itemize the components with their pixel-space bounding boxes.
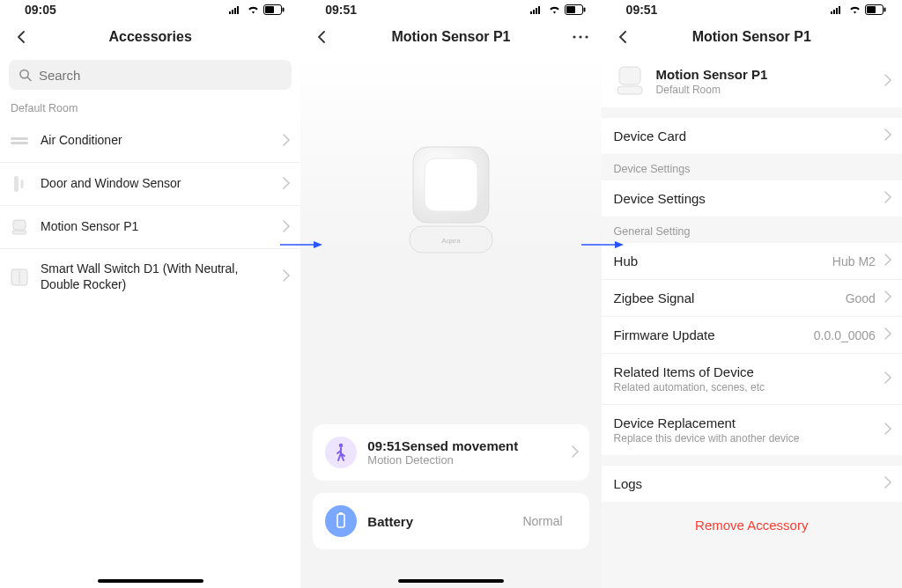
door-sensor-icon xyxy=(11,175,28,193)
chevron-right-icon xyxy=(884,371,891,386)
firmware-value: 0.0.0_0006 xyxy=(814,328,876,342)
battery-icon xyxy=(263,4,285,15)
svg-rect-6 xyxy=(234,8,236,14)
page-title: Accessories xyxy=(0,29,300,45)
navbar: Accessories xyxy=(0,19,300,55)
motion-event-card[interactable]: 09:51Sensed movement Motion Detection xyxy=(313,424,588,481)
home-indicator[interactable] xyxy=(398,579,504,583)
phone-device-detail: 09:51 Motion Sensor P1 Aqara xyxy=(300,0,601,588)
related-label: Related Items of Device xyxy=(614,364,765,379)
cards-area: 09:51Sensed movement Motion Detection Ba… xyxy=(300,424,601,588)
status-bar: 09:51 xyxy=(602,0,902,19)
search-input[interactable] xyxy=(9,60,292,90)
svg-rect-40 xyxy=(836,8,838,14)
chevron-right-icon xyxy=(283,269,290,284)
svg-rect-22 xyxy=(533,10,535,14)
status-icons xyxy=(530,4,586,15)
svg-rect-43 xyxy=(867,6,876,13)
row-device-replacement[interactable]: Device Replacement Replace this device w… xyxy=(602,404,902,455)
arrow-1 xyxy=(280,238,322,252)
section-label-device-settings: Device Settings xyxy=(602,154,902,180)
chevron-right-icon xyxy=(884,423,891,437)
svg-rect-27 xyxy=(583,8,585,12)
motion-event-title: 09:51Sensed movement xyxy=(367,438,518,453)
svg-rect-9 xyxy=(265,6,274,13)
logs-label: Logs xyxy=(614,476,643,491)
svg-rect-15 xyxy=(14,176,18,192)
list-item-smart-wall-switch[interactable]: Smart Wall Switch D1 (With Neutral, Doub… xyxy=(0,249,300,305)
row-logs[interactable]: Logs xyxy=(602,466,902,502)
device-header-card[interactable]: Motion Sensor P1 Default Room xyxy=(602,55,902,107)
phone-device-settings: 09:51 Motion Sensor P1 Motion Sensor P1 … xyxy=(602,0,902,588)
svg-point-29 xyxy=(579,35,581,38)
search-icon xyxy=(19,69,32,82)
accessory-list: Air Conditioner Door and Window Sensor M… xyxy=(0,120,300,305)
motion-event-icon xyxy=(325,437,357,468)
section-label-general: General Setting xyxy=(602,217,902,243)
svg-rect-26 xyxy=(566,6,575,13)
svg-rect-32 xyxy=(425,158,477,211)
battery-card[interactable]: Battery Normal xyxy=(313,493,588,549)
device-room: Default Room xyxy=(656,84,768,96)
battery-title: Battery xyxy=(367,514,413,529)
device-card-label: Device Card xyxy=(614,129,687,143)
navbar: Motion Sensor P1 xyxy=(300,19,601,55)
home-indicator[interactable] xyxy=(98,579,203,583)
row-firmware[interactable]: Firmware Update 0.0.0_0006 xyxy=(602,316,902,353)
list-item-door-window-sensor[interactable]: Door and Window Sensor xyxy=(0,163,300,206)
status-bar: 09:51 xyxy=(300,0,601,19)
ac-icon xyxy=(11,132,28,150)
device-name: Motion Sensor P1 xyxy=(656,67,768,82)
more-menu-button[interactable] xyxy=(568,25,593,49)
svg-rect-39 xyxy=(833,10,835,14)
page-title: Motion Sensor P1 xyxy=(300,29,601,45)
device-image: Aqara xyxy=(300,55,601,345)
back-button[interactable] xyxy=(311,26,332,48)
back-button[interactable] xyxy=(612,26,633,48)
svg-rect-16 xyxy=(21,180,24,188)
svg-line-12 xyxy=(27,77,31,80)
list-item-motion-sensor[interactable]: Motion Sensor P1 xyxy=(0,206,300,249)
zigbee-value: Good xyxy=(846,291,876,305)
svg-rect-46 xyxy=(617,86,642,94)
chevron-right-icon xyxy=(572,445,579,460)
hub-value: Hub M2 xyxy=(832,254,876,268)
svg-rect-21 xyxy=(530,11,532,14)
svg-rect-37 xyxy=(339,512,343,515)
motion-event-subtitle: Motion Detection xyxy=(367,453,518,467)
chevron-right-icon xyxy=(283,220,290,235)
svg-rect-23 xyxy=(536,8,537,14)
replacement-label: Device Replacement xyxy=(614,415,800,430)
chevron-right-icon xyxy=(884,74,891,89)
remove-accessory-button[interactable]: Remove Accessory xyxy=(602,502,902,552)
zigbee-label: Zigbee Signal xyxy=(614,290,695,305)
chevron-right-icon xyxy=(283,177,290,192)
row-related-items[interactable]: Related Items of Device Related automati… xyxy=(602,353,902,404)
status-time: 09:51 xyxy=(626,3,658,17)
svg-rect-44 xyxy=(884,8,885,12)
related-sub: Related automation, scenes, etc xyxy=(614,381,765,393)
row-hub[interactable]: Hub Hub M2 xyxy=(602,243,902,279)
list-item-label: Motion Sensor P1 xyxy=(41,219,290,235)
battery-value: Normal xyxy=(522,514,562,528)
svg-rect-45 xyxy=(619,67,640,85)
settings-body: Motion Sensor P1 Default Room Device Car… xyxy=(602,55,902,552)
chevron-right-icon xyxy=(884,254,891,268)
list-item-label: Smart Wall Switch D1 (With Neutral, Doub… xyxy=(41,261,290,292)
svg-rect-18 xyxy=(12,231,26,234)
chevron-right-icon xyxy=(884,290,891,305)
svg-marker-1 xyxy=(314,241,322,248)
search-field[interactable] xyxy=(39,68,281,83)
device-thumb-icon xyxy=(614,65,646,97)
row-zigbee[interactable]: Zigbee Signal Good xyxy=(602,279,902,316)
navbar: Motion Sensor P1 xyxy=(602,19,902,55)
status-icons xyxy=(831,4,886,15)
back-button[interactable] xyxy=(11,26,32,48)
wall-switch-icon xyxy=(11,268,28,286)
chevron-right-icon xyxy=(884,191,891,206)
section-label-default-room: Default Room xyxy=(0,97,300,120)
row-device-settings[interactable]: Device Settings xyxy=(602,180,902,217)
list-item-air-conditioner[interactable]: Air Conditioner xyxy=(0,120,300,163)
row-device-card[interactable]: Device Card xyxy=(602,118,902,154)
hub-label: Hub xyxy=(614,254,639,268)
